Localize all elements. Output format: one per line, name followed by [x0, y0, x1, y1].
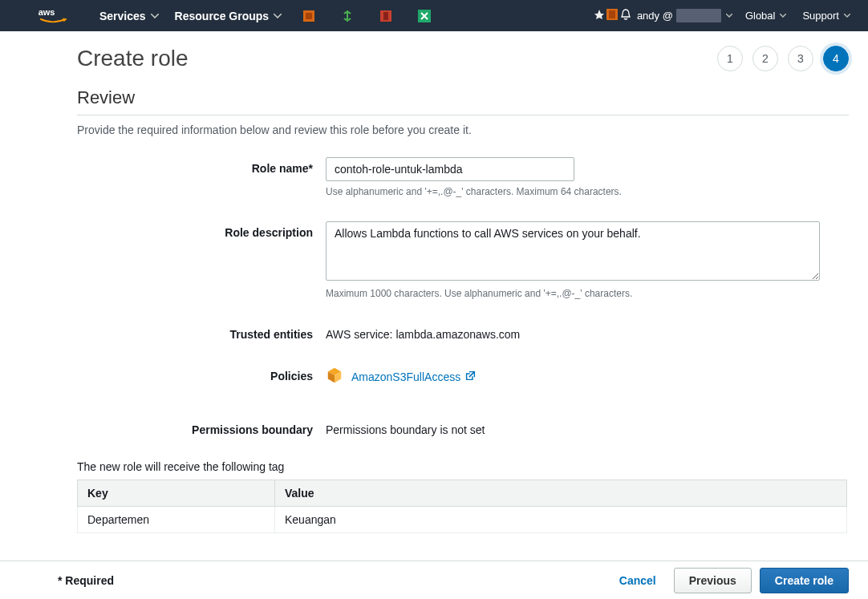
policy-link[interactable]: AmazonS3FullAccess	[351, 370, 476, 383]
shortcut-icon-4[interactable]	[405, 0, 444, 31]
tags-header-key: Key	[78, 480, 275, 507]
shortcut-icon-3[interactable]	[367, 0, 405, 31]
footer-bar: * Required Cancel Previous Create role	[0, 561, 868, 599]
wizard-steps: 1 2 3 4	[717, 46, 849, 71]
svg-text:aws: aws	[39, 7, 55, 17]
policies-label: Policies	[77, 365, 326, 382]
chevron-down-icon	[844, 14, 850, 18]
nav-support-label: Support	[802, 10, 839, 22]
shortcut-icon-1[interactable]	[290, 0, 328, 31]
chevron-down-icon	[151, 14, 159, 18]
tags-table: Key Value Departemen Keuangan	[77, 480, 847, 533]
svg-rect-2	[306, 13, 312, 19]
create-role-button[interactable]: Create role	[760, 568, 849, 593]
tag-key-cell: Departemen	[78, 507, 275, 533]
nav-region-label: Global	[745, 10, 776, 22]
main-content: Create role 1 2 3 4 Review Provide the r…	[0, 31, 868, 561]
nav-resource-groups-label: Resource Groups	[175, 10, 269, 22]
nav-services-menu[interactable]: Services	[91, 0, 167, 31]
chevron-down-icon	[726, 14, 732, 18]
chevron-down-icon	[780, 14, 786, 18]
aws-logo[interactable]: aws	[37, 6, 69, 26]
permissions-boundary-value: Permissions boundary is not set	[326, 419, 836, 436]
notification-bell-icon[interactable]	[619, 8, 632, 23]
role-description-hint: Maximum 1000 characters. Use alphanumeri…	[326, 288, 836, 299]
role-name-label: Role name*	[77, 157, 326, 175]
external-link-icon	[465, 370, 476, 383]
svg-rect-7	[609, 10, 615, 18]
step-4[interactable]: 4	[823, 46, 849, 71]
nav-account-masked	[676, 9, 721, 22]
previous-button[interactable]: Previous	[674, 568, 752, 593]
pin-icon[interactable]	[594, 9, 605, 22]
svg-rect-4	[383, 12, 388, 20]
chevron-down-icon	[274, 14, 282, 18]
step-2[interactable]: 2	[752, 46, 778, 71]
shortcut-icon-2[interactable]	[328, 0, 367, 31]
nav-services-label: Services	[99, 10, 146, 22]
nav-region-menu[interactable]: Global	[737, 10, 795, 22]
role-name-input[interactable]	[326, 157, 574, 181]
shortcut-icon-5[interactable]	[605, 7, 619, 24]
tags-header-value: Value	[275, 480, 847, 507]
nav-service-shortcut-bar	[290, 0, 444, 31]
policy-link-label: AmazonS3FullAccess	[351, 370, 460, 383]
nav-support-menu[interactable]: Support	[794, 10, 858, 22]
trusted-entities-value: AWS service: lambda.amazonaws.com	[326, 323, 836, 341]
review-subheading: Provide the required information below a…	[77, 123, 849, 136]
permissions-boundary-label: Permissions boundary	[77, 419, 326, 436]
nav-user-label: andy @	[637, 10, 673, 22]
nav-resource-groups-menu[interactable]: Resource Groups	[167, 0, 290, 31]
role-name-hint: Use alphanumeric and '+=,.@-_' character…	[326, 186, 836, 197]
step-1[interactable]: 1	[717, 46, 743, 71]
nav-account-menu[interactable]: andy @	[632, 9, 737, 22]
page-title: Create role	[77, 46, 189, 71]
tag-value-cell: Keuangan	[275, 507, 847, 533]
role-description-input[interactable]: Allows Lambda functions to call AWS serv…	[326, 221, 820, 281]
cancel-button[interactable]: Cancel	[608, 568, 667, 593]
review-heading: Review	[77, 87, 849, 115]
role-description-label: Role description	[77, 221, 326, 239]
required-note: * Required	[58, 574, 114, 587]
policy-cube-icon	[326, 366, 343, 387]
step-3[interactable]: 3	[788, 46, 813, 71]
table-row: Departemen Keuangan	[78, 507, 847, 533]
top-navbar: aws Services Resource Groups	[0, 0, 868, 31]
trusted-entities-label: Trusted entities	[77, 323, 326, 341]
tags-intro: The new role will receive the following …	[77, 460, 849, 473]
